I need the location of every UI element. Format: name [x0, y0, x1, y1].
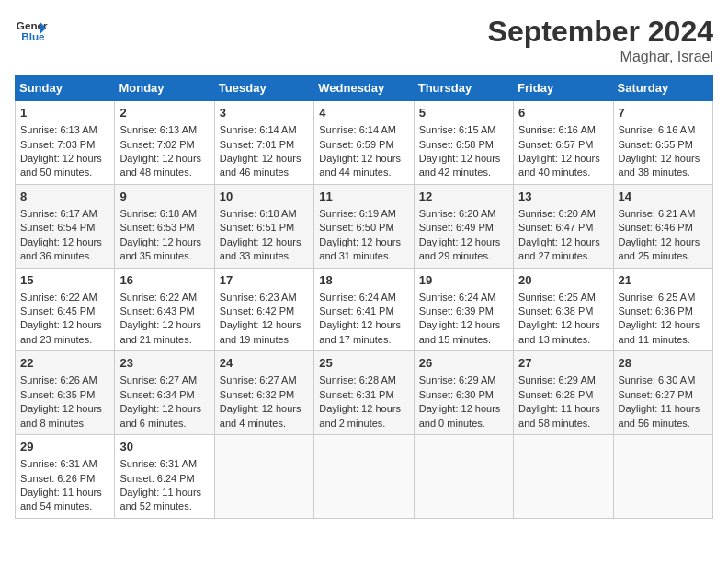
col-sunday: Sunday	[16, 75, 115, 101]
sunrise-label: Sunrise: 6:22 AM	[20, 292, 97, 303]
daylight-label: Daylight: 12 hours and 0 minutes.	[419, 403, 501, 428]
day-number: 5	[419, 105, 508, 121]
sunrise-label: Sunrise: 6:20 AM	[518, 208, 596, 219]
table-row: 13Sunrise: 6:20 AMSunset: 6:47 PMDayligh…	[514, 184, 613, 268]
table-row	[414, 435, 513, 519]
table-row: 4Sunrise: 6:14 AMSunset: 6:59 PMDaylight…	[314, 101, 414, 185]
table-row: 18Sunrise: 6:24 AMSunset: 6:41 PMDayligh…	[314, 268, 414, 351]
sunrise-label: Sunrise: 6:20 AM	[419, 208, 496, 219]
daylight-label: Daylight: 11 hours and 52 minutes.	[119, 487, 201, 511]
table-row	[214, 435, 313, 519]
sunset-label: Sunset: 6:49 PM	[419, 222, 494, 233]
table-row: 6Sunrise: 6:16 AMSunset: 6:57 PMDaylight…	[514, 101, 613, 185]
day-number: 30	[119, 439, 209, 455]
table-row: 29Sunrise: 6:31 AMSunset: 6:26 PMDayligh…	[16, 435, 115, 519]
sunset-label: Sunset: 6:50 PM	[319, 222, 393, 233]
day-number: 18	[319, 272, 408, 289]
day-number: 27	[518, 355, 608, 372]
sunset-label: Sunset: 7:02 PM	[119, 139, 194, 150]
sunrise-label: Sunrise: 6:22 AM	[119, 292, 197, 303]
daylight-label: Daylight: 11 hours and 58 minutes.	[518, 403, 600, 428]
sunset-label: Sunset: 6:59 PM	[319, 139, 393, 150]
table-row: 20Sunrise: 6:25 AMSunset: 6:38 PMDayligh…	[514, 268, 613, 351]
day-number: 8	[20, 189, 109, 205]
month-title: September 2024	[488, 15, 713, 49]
sunset-label: Sunset: 6:36 PM	[619, 305, 693, 316]
table-row: 27Sunrise: 6:29 AMSunset: 6:28 PMDayligh…	[514, 351, 613, 435]
daylight-label: Daylight: 12 hours and 50 minutes.	[20, 153, 102, 178]
day-number: 16	[119, 272, 209, 289]
sunset-label: Sunset: 6:57 PM	[518, 139, 593, 150]
daylight-label: Daylight: 12 hours and 2 minutes.	[319, 403, 401, 428]
daylight-label: Daylight: 11 hours and 54 minutes.	[20, 487, 102, 511]
sunset-label: Sunset: 6:45 PM	[20, 305, 95, 316]
daylight-label: Daylight: 12 hours and 38 minutes.	[619, 153, 700, 178]
sunrise-label: Sunrise: 6:18 AM	[119, 208, 197, 219]
day-number: 20	[518, 272, 608, 289]
sunrise-label: Sunrise: 6:27 AM	[119, 374, 197, 385]
sunset-label: Sunset: 6:38 PM	[518, 305, 593, 316]
calendar-week-2: 8Sunrise: 6:17 AMSunset: 6:54 PMDaylight…	[16, 184, 713, 268]
day-number: 22	[20, 355, 109, 372]
day-number: 23	[119, 355, 209, 372]
daylight-label: Daylight: 12 hours and 4 minutes.	[220, 403, 301, 428]
table-row: 19Sunrise: 6:24 AMSunset: 6:39 PMDayligh…	[414, 268, 513, 351]
table-row	[613, 435, 712, 519]
table-row: 16Sunrise: 6:22 AMSunset: 6:43 PMDayligh…	[115, 268, 214, 351]
sunrise-label: Sunrise: 6:29 AM	[518, 374, 596, 385]
daylight-label: Daylight: 12 hours and 19 minutes.	[220, 319, 301, 344]
daylight-label: Daylight: 12 hours and 31 minutes.	[319, 236, 401, 261]
col-wednesday: Wednesday	[314, 75, 414, 101]
sunset-label: Sunset: 6:26 PM	[20, 473, 95, 484]
sunset-label: Sunset: 6:53 PM	[119, 222, 194, 233]
day-number: 21	[619, 272, 708, 289]
table-row: 2Sunrise: 6:13 AMSunset: 7:02 PMDaylight…	[115, 101, 214, 185]
sunset-label: Sunset: 6:54 PM	[20, 222, 95, 233]
day-number: 6	[518, 105, 608, 121]
table-row: 14Sunrise: 6:21 AMSunset: 6:46 PMDayligh…	[613, 184, 712, 268]
daylight-label: Daylight: 12 hours and 40 minutes.	[518, 153, 600, 178]
sunset-label: Sunset: 6:34 PM	[119, 389, 194, 400]
daylight-label: Daylight: 12 hours and 33 minutes.	[220, 236, 301, 261]
sunrise-label: Sunrise: 6:31 AM	[20, 458, 97, 469]
daylight-label: Daylight: 12 hours and 8 minutes.	[20, 403, 102, 428]
day-number: 29	[20, 439, 109, 455]
day-number: 11	[319, 189, 408, 205]
sunrise-label: Sunrise: 6:16 AM	[619, 124, 696, 135]
page-header: General Blue September 2024 Maghar, Isra…	[15, 15, 713, 65]
table-row: 5Sunrise: 6:15 AMSunset: 6:58 PMDaylight…	[414, 101, 513, 185]
table-row: 12Sunrise: 6:20 AMSunset: 6:49 PMDayligh…	[414, 184, 513, 268]
table-row: 8Sunrise: 6:17 AMSunset: 6:54 PMDaylight…	[16, 184, 115, 268]
table-row: 28Sunrise: 6:30 AMSunset: 6:27 PMDayligh…	[613, 351, 712, 435]
sunset-label: Sunset: 6:58 PM	[419, 139, 494, 150]
location: Maghar, Israel	[488, 49, 713, 65]
day-number: 7	[619, 105, 708, 121]
sunset-label: Sunset: 6:39 PM	[419, 305, 494, 316]
logo: General Blue	[15, 15, 48, 48]
sunrise-label: Sunrise: 6:18 AM	[220, 208, 297, 219]
daylight-label: Daylight: 12 hours and 15 minutes.	[419, 319, 501, 344]
table-row: 3Sunrise: 6:14 AMSunset: 7:01 PMDaylight…	[214, 101, 313, 185]
daylight-label: Daylight: 12 hours and 13 minutes.	[518, 319, 600, 344]
day-number: 14	[619, 189, 708, 205]
sunset-label: Sunset: 6:55 PM	[619, 139, 693, 150]
sunrise-label: Sunrise: 6:16 AM	[518, 124, 596, 135]
sunrise-label: Sunrise: 6:14 AM	[220, 124, 297, 135]
day-number: 4	[319, 105, 408, 121]
table-row: 1Sunrise: 6:13 AMSunset: 7:03 PMDaylight…	[16, 101, 115, 185]
sunset-label: Sunset: 6:24 PM	[119, 473, 194, 484]
sunset-label: Sunset: 6:27 PM	[619, 389, 693, 400]
day-number: 3	[220, 105, 309, 121]
sunrise-label: Sunrise: 6:27 AM	[220, 374, 297, 385]
col-tuesday: Tuesday	[214, 75, 313, 101]
daylight-label: Daylight: 12 hours and 21 minutes.	[119, 319, 201, 344]
calendar-week-4: 22Sunrise: 6:26 AMSunset: 6:35 PMDayligh…	[16, 351, 713, 435]
daylight-label: Daylight: 12 hours and 44 minutes.	[319, 153, 401, 178]
daylight-label: Daylight: 12 hours and 23 minutes.	[20, 319, 102, 344]
day-number: 15	[20, 272, 109, 289]
table-row: 17Sunrise: 6:23 AMSunset: 6:42 PMDayligh…	[214, 268, 313, 351]
sunrise-label: Sunrise: 6:13 AM	[119, 124, 197, 135]
sunrise-label: Sunrise: 6:24 AM	[419, 292, 496, 303]
sunrise-label: Sunrise: 6:21 AM	[619, 208, 696, 219]
table-row: 9Sunrise: 6:18 AMSunset: 6:53 PMDaylight…	[115, 184, 214, 268]
